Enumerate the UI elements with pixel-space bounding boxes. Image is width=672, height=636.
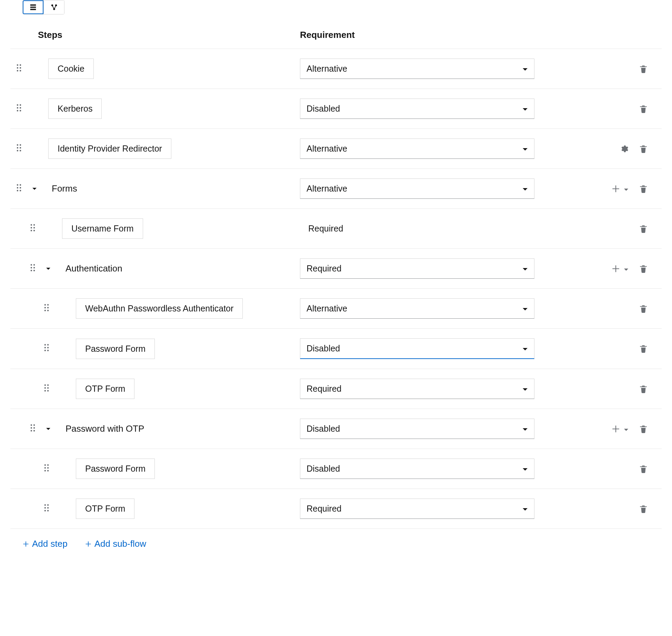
add-button[interactable]: [611, 424, 620, 433]
delete-button[interactable]: [639, 104, 648, 113]
drag-handle-icon[interactable]: [17, 64, 21, 74]
step-label-box: Kerberos: [48, 99, 102, 119]
drag-handle-icon[interactable]: [44, 504, 49, 514]
expand-toggle[interactable]: [41, 422, 55, 436]
requirement-select[interactable]: Required: [300, 499, 534, 519]
requirement-select[interactable]: Disabled: [300, 419, 534, 439]
svg-point-3: [17, 64, 18, 65]
svg-point-49: [44, 350, 46, 351]
requirement-select[interactable]: Disabled: [300, 338, 534, 359]
requirement-select[interactable]: Disabled: [300, 99, 534, 119]
svg-point-69: [44, 504, 46, 505]
svg-point-13: [17, 110, 18, 111]
add-step-label: Add step: [32, 538, 68, 549]
table-header: Steps Requirement: [10, 21, 662, 49]
delete-button[interactable]: [639, 424, 648, 433]
step-label-box: WebAuthn Passwordless Authenticator: [76, 298, 243, 319]
add-button[interactable]: [611, 264, 620, 273]
requirement-select-value: Disabled: [307, 424, 340, 434]
chevron-down-icon: [522, 304, 528, 314]
step-label-box: Identity Provider Redirector: [48, 139, 171, 159]
requirement-select-value: Required: [307, 504, 341, 514]
drag-handle-icon[interactable]: [30, 264, 35, 274]
svg-point-68: [47, 470, 49, 471]
table-row: KerberosDisabled: [10, 89, 662, 129]
settings-button[interactable]: [620, 144, 629, 153]
step-cell: Username Form: [41, 218, 300, 239]
svg-point-60: [33, 427, 35, 428]
delete-button[interactable]: [639, 304, 648, 313]
svg-point-61: [31, 430, 32, 431]
svg-point-43: [44, 310, 46, 311]
chevron-down-icon: [522, 504, 528, 514]
requirement-select[interactable]: Required: [300, 258, 534, 279]
svg-point-10: [20, 104, 21, 105]
delete-button[interactable]: [639, 264, 648, 273]
expand-toggle[interactable]: [28, 182, 41, 196]
requirement-select-value: Alternative: [307, 184, 347, 194]
svg-point-32: [33, 230, 35, 231]
step-cell: Forms: [28, 182, 300, 196]
svg-point-35: [31, 267, 32, 268]
add-menu-toggle[interactable]: [624, 184, 629, 194]
drag-handle-icon[interactable]: [17, 104, 21, 114]
svg-point-19: [17, 150, 18, 151]
expand-toggle[interactable]: [41, 262, 55, 276]
add-step-button[interactable]: Add step: [22, 538, 68, 549]
flow-label: Authentication: [55, 263, 122, 274]
requirement-select[interactable]: Alternative: [300, 59, 534, 79]
svg-point-42: [47, 307, 49, 308]
table-row: OTP FormRequired: [10, 489, 662, 529]
delete-button[interactable]: [639, 144, 648, 153]
chevron-down-icon: [522, 424, 528, 434]
drag-handle-icon[interactable]: [44, 464, 49, 474]
svg-point-14: [20, 110, 21, 111]
svg-point-54: [47, 387, 49, 388]
delete-button[interactable]: [639, 64, 648, 73]
flow-label: Forms: [41, 183, 77, 194]
svg-point-28: [33, 224, 35, 225]
requirement-select[interactable]: Alternative: [300, 178, 534, 199]
chevron-down-icon: [522, 64, 528, 74]
svg-point-39: [44, 304, 46, 305]
svg-point-22: [20, 184, 21, 185]
svg-point-64: [47, 464, 49, 465]
requirement-select-value: Required: [307, 384, 341, 394]
svg-point-45: [44, 344, 46, 346]
drag-handle-icon[interactable]: [44, 304, 49, 314]
delete-button[interactable]: [639, 184, 648, 193]
svg-point-21: [17, 184, 18, 185]
delete-button[interactable]: [639, 464, 648, 473]
table-row: Identity Provider RedirectorAlternative: [10, 129, 662, 169]
delete-button[interactable]: [639, 504, 648, 513]
svg-point-4: [20, 64, 21, 65]
add-subflow-button[interactable]: Add sub-flow: [85, 538, 146, 549]
drag-handle-icon[interactable]: [44, 384, 49, 394]
delete-button[interactable]: [639, 384, 648, 393]
svg-point-9: [17, 104, 18, 105]
add-button[interactable]: [611, 184, 620, 193]
add-menu-toggle[interactable]: [624, 424, 629, 434]
delete-button[interactable]: [639, 224, 648, 233]
svg-point-24: [20, 187, 21, 188]
chevron-down-icon: [522, 144, 528, 154]
requirement-select[interactable]: Alternative: [300, 298, 534, 319]
add-subflow-label: Add sub-flow: [94, 538, 146, 549]
requirement-select[interactable]: Disabled: [300, 459, 534, 479]
step-cell: Identity Provider Redirector: [28, 139, 300, 159]
drag-handle-icon[interactable]: [44, 344, 49, 353]
drag-handle-icon[interactable]: [17, 144, 21, 154]
step-label-box: OTP Form: [76, 499, 134, 519]
view-table-button[interactable]: [23, 0, 43, 14]
drag-handle-icon[interactable]: [30, 424, 35, 434]
svg-point-58: [33, 424, 35, 425]
requirement-select[interactable]: Required: [300, 379, 534, 399]
delete-button[interactable]: [639, 344, 648, 353]
add-menu-toggle[interactable]: [624, 264, 629, 274]
chevron-down-icon: [522, 384, 528, 394]
drag-handle-icon[interactable]: [17, 184, 21, 194]
view-graph-button[interactable]: [43, 0, 64, 14]
requirement-select-value: Disabled: [307, 464, 340, 474]
drag-handle-icon[interactable]: [30, 224, 35, 234]
requirement-select[interactable]: Alternative: [300, 139, 534, 159]
